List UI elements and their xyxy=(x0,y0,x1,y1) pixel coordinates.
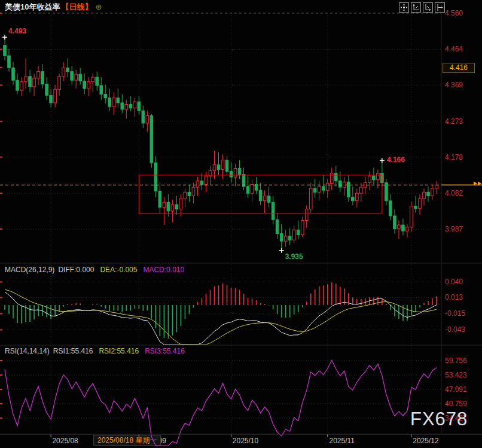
candle-body xyxy=(423,192,426,199)
candle-body xyxy=(381,173,384,183)
candle-body xyxy=(171,205,174,211)
candle-body xyxy=(196,181,199,187)
candle-body xyxy=(154,163,157,191)
macd-axis-label: -0.015 xyxy=(445,309,465,318)
price-alert-label[interactable]: 4.416 xyxy=(443,63,475,73)
candle-body xyxy=(406,227,409,231)
macd-axis-label: 0.040 xyxy=(445,278,463,286)
macd-dea-value: DEA:-0.005 xyxy=(100,266,137,274)
candle-body xyxy=(393,216,396,228)
candle-body xyxy=(267,196,270,203)
time-axis-label: 2025/11 xyxy=(321,437,363,445)
candle-body xyxy=(209,170,212,176)
candle-body xyxy=(427,192,430,196)
candle-body xyxy=(221,160,224,170)
price-annotation: 3.935 xyxy=(285,252,303,261)
candle-body xyxy=(263,196,266,201)
shift-right-icon[interactable] xyxy=(435,2,445,13)
rsi-title: RSI(14,14,14) xyxy=(5,347,50,355)
candle-body xyxy=(184,192,187,199)
candle-body xyxy=(167,202,170,211)
price-axis-label: 4.369 xyxy=(445,81,463,89)
candle-body xyxy=(158,191,161,207)
add-indicator-icon[interactable]: ⊕ xyxy=(95,2,102,11)
macd-diff-line xyxy=(5,292,437,345)
price-annotation: 4.493 xyxy=(8,27,26,35)
time-axis-label: 2025/08 xyxy=(44,437,86,445)
candle-body xyxy=(251,185,254,193)
candle-body xyxy=(108,98,111,106)
candle-body xyxy=(330,173,333,184)
candle-body xyxy=(87,82,90,89)
candle-body xyxy=(297,230,300,234)
candle-body xyxy=(419,199,422,208)
price-axis-label: 4.273 xyxy=(445,117,463,126)
price-axis-label: 4.082 xyxy=(445,189,463,197)
candle-body xyxy=(104,94,107,97)
title-bar: 美债10年收益率【日线】⊕ xyxy=(5,2,102,13)
rsi1-value: RSI1:55.416 xyxy=(53,347,93,355)
macd-axis-label: 0.013 xyxy=(445,293,463,301)
macd-macd-value: MACD:0.010 xyxy=(143,266,184,274)
scale-x-icon[interactable] xyxy=(423,2,433,13)
candle-body xyxy=(373,176,376,179)
period-tag: 【日线】 xyxy=(61,2,92,11)
candle-body xyxy=(29,77,32,87)
candle-body xyxy=(259,190,262,201)
candle-body xyxy=(242,175,245,187)
candle-body xyxy=(150,115,153,163)
candle-body xyxy=(37,72,40,78)
candle-body xyxy=(238,169,241,175)
candle-body xyxy=(175,205,178,209)
candle-body xyxy=(255,185,258,190)
candle-body xyxy=(83,81,86,89)
candle-body xyxy=(133,102,136,108)
watermark: FX678 xyxy=(410,409,468,430)
candle-body xyxy=(313,188,316,192)
candle-body xyxy=(75,74,78,80)
candle-body xyxy=(431,188,434,196)
candle-body xyxy=(12,68,15,80)
rsi-panel-header: RSI(14,14,14)RSI1:55.416RSI2:55.416RSI3:… xyxy=(5,347,185,355)
candle-body xyxy=(284,236,287,241)
candle-body xyxy=(322,187,325,190)
candle-body xyxy=(213,164,216,170)
candle-body xyxy=(402,225,405,231)
candle-body xyxy=(33,78,36,86)
candle-body xyxy=(163,202,166,207)
time-axis-label: 2025/12 xyxy=(405,437,447,445)
candle-body xyxy=(280,234,283,242)
candle-body xyxy=(8,56,11,68)
candle-body xyxy=(271,202,274,220)
candle-body xyxy=(364,183,367,188)
candle-body xyxy=(352,197,355,200)
candle-body xyxy=(343,182,346,187)
candle-body xyxy=(112,98,115,106)
time-axis-label: 2025/10 xyxy=(225,437,267,445)
candle-body xyxy=(16,80,19,90)
candle-body xyxy=(435,185,438,188)
candle-body xyxy=(50,95,53,103)
candle-body xyxy=(62,68,65,76)
candle-body xyxy=(356,193,359,201)
price-annotation: 4.166 xyxy=(387,156,405,164)
rsi-line xyxy=(5,360,437,446)
candle-body xyxy=(292,230,295,240)
price-axis-label: 3.987 xyxy=(445,225,463,233)
scale-y-icon[interactable] xyxy=(411,2,421,13)
candle-body xyxy=(410,206,413,227)
price-arrow-icon xyxy=(474,181,477,185)
candle-body xyxy=(326,184,329,190)
candle-body xyxy=(96,77,99,86)
candle-body xyxy=(25,77,28,82)
pan-icon[interactable] xyxy=(399,2,409,13)
price-arrow-icon xyxy=(478,181,481,185)
candle-body xyxy=(301,221,304,235)
candle-body xyxy=(334,173,337,181)
candle-body xyxy=(309,188,312,209)
candle-body xyxy=(54,89,57,103)
candle-body xyxy=(276,220,279,233)
candle-body xyxy=(138,102,141,111)
chart-canvas: 4.4934.1663.935 xyxy=(0,0,482,448)
candle-body xyxy=(117,98,120,103)
